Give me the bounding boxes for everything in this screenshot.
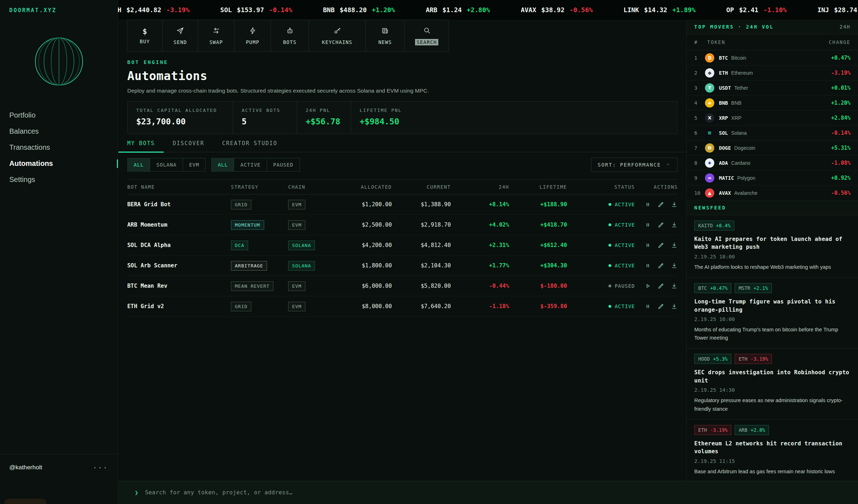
sidebar-item-balances[interactable]: Balances xyxy=(0,123,118,139)
pause-icon[interactable] xyxy=(644,262,651,269)
mover-symbol: MATIC xyxy=(719,175,734,181)
table-row[interactable]: SOL DCA AlphaDCASOLANA$4,200.00$4,812.40… xyxy=(127,235,677,256)
sidebar-item-settings[interactable]: Settings xyxy=(0,172,118,188)
download-icon[interactable] xyxy=(671,201,678,208)
mover-name: Solana xyxy=(731,130,747,136)
nav-tile-label: SEND xyxy=(173,39,187,45)
bot-name: ETH Grid v2 xyxy=(127,303,231,310)
pencil-icon[interactable] xyxy=(657,201,665,208)
token-glyph: ◈ xyxy=(708,100,711,105)
table-row[interactable]: SOL Arb ScannerARBITRAGESOLANA$1,800.00$… xyxy=(127,256,677,276)
col-change: CHANGE xyxy=(829,39,850,45)
ticker-price: $488.20 xyxy=(340,6,367,14)
mover-row-matic[interactable]: 9∞MATICPolygon+0.92% xyxy=(687,171,858,186)
pause-icon[interactable] xyxy=(644,242,651,249)
filter-status-all[interactable]: ALL xyxy=(212,158,234,171)
mover-name: BNB xyxy=(731,100,741,106)
pause-icon[interactable] xyxy=(644,221,651,228)
tab-creator-studio[interactable]: CREATOR STUDIO xyxy=(213,140,286,152)
filter-status-paused[interactable]: PAUSED xyxy=(267,158,300,171)
filter-status-active[interactable]: ACTIVE xyxy=(234,158,267,171)
mover-row-sol[interactable]: 6≡SOLSolana-0.14% xyxy=(687,125,858,140)
badge-change: +2.8% xyxy=(751,427,765,433)
nav-tile-pump[interactable]: PUMP xyxy=(234,20,271,52)
pencil-icon[interactable] xyxy=(657,282,665,290)
pencil-icon[interactable] xyxy=(657,242,665,249)
sidebar-item-automations[interactable]: Automations xyxy=(0,155,118,172)
mover-symbol: ADA xyxy=(719,160,728,166)
download-icon[interactable] xyxy=(671,262,678,269)
news-item[interactable]: BTC+0.47%MSTR+2.1%Long-time Trump figure… xyxy=(687,278,858,349)
news-item[interactable]: ETH-3.19%ARB+2.8%Ethereum L2 networks hi… xyxy=(687,420,858,481)
nav-tile-search[interactable]: SEARCH xyxy=(404,20,449,52)
nav-tile-news[interactable]: NEWS xyxy=(365,20,405,52)
sidebar-item-portfolio[interactable]: Portfolio xyxy=(0,107,118,123)
download-icon[interactable] xyxy=(671,242,678,249)
tab-discover[interactable]: DISCOVER xyxy=(164,140,213,152)
chain-cell: EVM xyxy=(288,220,335,230)
send-icon xyxy=(176,27,184,36)
table-row[interactable]: BERA Grid BotGRIDEVM$1,200.00$1,388.90+8… xyxy=(127,194,677,215)
strategy-badge: GRID xyxy=(231,302,251,311)
mover-row-ada[interactable]: 8∗ADACardano-1.08% xyxy=(687,155,858,171)
mover-row-usdt[interactable]: 3₮USDTTether+0.01% xyxy=(687,80,858,95)
nav-tile-keychains[interactable]: KEYCHAINS xyxy=(309,20,366,52)
table-row[interactable]: BTC Mean RevMEAN REVERTEVM$6,000.00$5,82… xyxy=(127,276,677,296)
stat-active-bots: ACTIVE BOTS5 xyxy=(233,102,297,134)
current-value: $2,918.70 xyxy=(392,222,451,228)
nav-tile-label: SEARCH xyxy=(415,39,438,45)
filter-chain-solana[interactable]: SOLANA xyxy=(150,158,183,171)
row-actions xyxy=(635,282,678,290)
top-movers-list: 1₿BTCBitcoin+0.47%2◆ETHEthereum-3.19%3₮U… xyxy=(687,50,858,201)
stat-total-capital-allocated: TOTAL CAPITAL ALLOCATED$23,700.00 xyxy=(128,102,233,134)
user-menu-button[interactable]: ··· xyxy=(93,464,108,471)
pause-icon[interactable] xyxy=(644,201,651,208)
ticker-item-eth: ETH$2,440.82-3.19% xyxy=(118,6,189,14)
mover-name: Polygon xyxy=(737,175,755,181)
mover-row-xrp[interactable]: 5XXRPXRP+2.84% xyxy=(687,110,858,125)
mover-row-eth[interactable]: 2◆ETHEthereum-3.19% xyxy=(687,65,858,80)
ticker-price: $14.32 xyxy=(644,6,667,14)
filter-chain-all[interactable]: ALL xyxy=(128,158,150,171)
pencil-icon[interactable] xyxy=(657,221,665,228)
download-icon[interactable] xyxy=(671,221,678,228)
status-badge: ACTIVE xyxy=(567,242,635,248)
token-glyph: ₮ xyxy=(708,85,711,90)
nav-tile-send[interactable]: SEND xyxy=(162,20,198,52)
table-row[interactable]: ARB MomentumMOMENTUMEVM$2,500.00$2,918.7… xyxy=(127,215,677,235)
column-header-actions: ACTIONS xyxy=(635,184,678,190)
pencil-icon[interactable] xyxy=(657,303,665,310)
nav-tile-swap[interactable]: SWAP xyxy=(198,20,235,52)
play-icon[interactable] xyxy=(644,282,651,290)
matic-token-icon: ∞ xyxy=(705,173,714,183)
sort-dropdown[interactable]: SORT: PERFORMANCE xyxy=(591,158,677,172)
news-item[interactable]: KAITO+8.4%Kaito AI prepares for token la… xyxy=(687,215,858,278)
column-header-strategy: STRATEGY xyxy=(231,184,288,190)
chain-cell: EVM xyxy=(288,302,335,311)
download-icon[interactable] xyxy=(671,282,678,290)
news-ticker-badge: KAITO+8.4% xyxy=(694,221,734,231)
news-summary: The AI platform looks to reshape Web3 ma… xyxy=(694,263,850,271)
mover-row-avax[interactable]: 10▲AVAXAvalanche-0.56% xyxy=(687,186,858,201)
tab-my-bots[interactable]: MY BOTS xyxy=(118,140,164,152)
status-dot xyxy=(608,305,611,308)
mover-name: Avalanche xyxy=(734,190,758,196)
token-glyph: ∞ xyxy=(708,175,712,181)
nav-tile-bots[interactable]: BOTS xyxy=(271,20,309,52)
nav-tile-buy[interactable]: $BUY xyxy=(127,20,163,52)
table-row[interactable]: ETH Grid v2GRIDEVM$8,000.00$7,640.20-1.1… xyxy=(127,296,677,317)
pencil-icon[interactable] xyxy=(657,262,665,269)
sidebar-item-transactions[interactable]: Transactions xyxy=(0,139,118,155)
global-search-bar[interactable]: ❯ Search for any token, project, or addr… xyxy=(118,481,858,504)
mover-row-doge[interactable]: 7ÐDOGEDogecoin+5.31% xyxy=(687,140,858,155)
download-icon[interactable] xyxy=(671,303,678,310)
row-actions xyxy=(635,242,678,249)
filter-chain-evm[interactable]: EVM xyxy=(183,158,205,171)
mover-row-bnb[interactable]: 4◈BNBBNB+1.20% xyxy=(687,95,858,110)
news-item[interactable]: HOOD+5.3%ETH-3.19%SEC drops investigatio… xyxy=(687,349,858,419)
mover-row-btc[interactable]: 1₿BTCBitcoin+0.47% xyxy=(687,50,858,65)
token-glyph: ▲ xyxy=(708,190,711,196)
pause-icon[interactable] xyxy=(644,303,651,310)
strategy-badge: MOMENTUM xyxy=(231,220,264,230)
mover-symbol: USDT xyxy=(719,85,731,91)
